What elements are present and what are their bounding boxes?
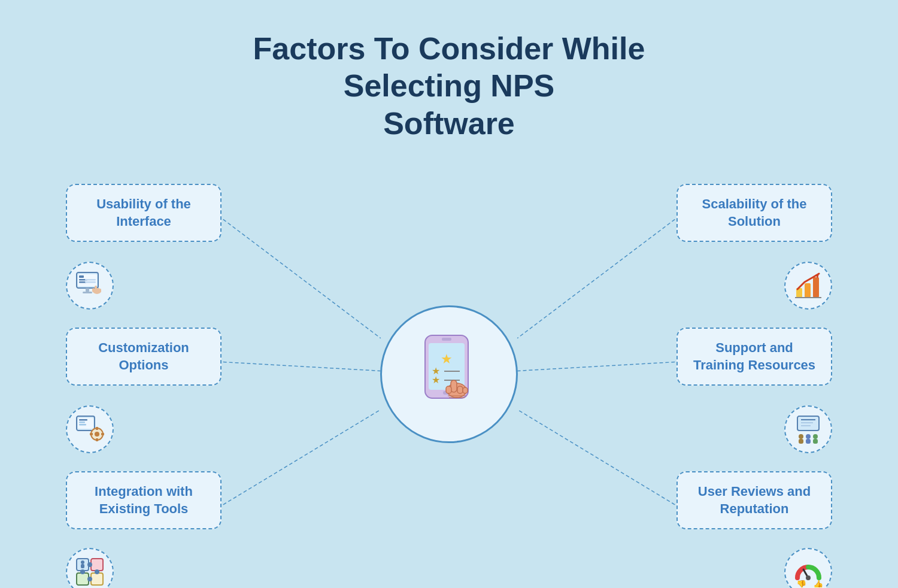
svg-text:👍: 👍 xyxy=(813,580,824,587)
svg-line-0 xyxy=(223,219,381,338)
svg-rect-49 xyxy=(77,573,89,585)
customization-icon-circle xyxy=(66,405,114,453)
page-title: Factors To Consider While Selecting NPS … xyxy=(180,30,718,142)
svg-point-70 xyxy=(813,434,818,439)
svg-point-51 xyxy=(87,562,92,567)
scalability-icon xyxy=(793,270,824,301)
svg-rect-8 xyxy=(442,338,451,341)
integration-label: Integration with Existing Tools xyxy=(95,484,193,516)
svg-point-54 xyxy=(95,569,99,574)
svg-point-55 xyxy=(81,560,84,564)
svg-line-3 xyxy=(517,219,675,338)
scalability-icon-circle xyxy=(784,262,832,310)
svg-point-53 xyxy=(87,577,92,581)
svg-point-68 xyxy=(806,434,811,439)
svg-rect-44 xyxy=(96,438,98,441)
svg-rect-59 xyxy=(813,277,819,298)
svg-rect-38 xyxy=(79,419,87,421)
support-icon-circle xyxy=(784,405,832,453)
svg-text:👎: 👎 xyxy=(796,580,807,587)
svg-point-73 xyxy=(806,575,811,580)
center-phone-icon: ★ ★ ★ xyxy=(413,332,485,416)
usability-label: Usability of the Interface xyxy=(96,196,191,229)
svg-rect-56 xyxy=(81,564,84,568)
svg-line-2 xyxy=(223,410,381,505)
svg-text:★: ★ xyxy=(441,351,453,366)
svg-point-66 xyxy=(799,434,803,439)
reviews-label: User Reviews and Reputation xyxy=(698,484,811,516)
scalability-label: Scalability of the Solution xyxy=(702,196,807,229)
node-support: Support and Training Resources xyxy=(676,328,832,386)
center-circle: ★ ★ ★ xyxy=(380,305,518,443)
svg-line-5 xyxy=(517,410,675,505)
svg-rect-28 xyxy=(85,281,96,283)
diagram-area: ★ ★ ★ xyxy=(30,160,868,588)
integration-icon xyxy=(74,556,105,587)
svg-rect-50 xyxy=(91,573,103,585)
svg-rect-40 xyxy=(79,424,86,426)
svg-rect-71 xyxy=(813,439,818,444)
node-scalability: Scalability of the Solution xyxy=(676,184,832,242)
integration-icon-circle xyxy=(66,548,114,588)
svg-text:★: ★ xyxy=(432,375,440,385)
page-container: Factors To Consider While Selecting NPS … xyxy=(0,0,898,588)
svg-rect-18 xyxy=(457,386,463,393)
node-customization: Customization Options xyxy=(66,328,222,386)
usability-icon-circle xyxy=(66,262,114,310)
support-label: Support and Training Resources xyxy=(693,340,815,372)
svg-rect-32 xyxy=(95,286,97,292)
svg-rect-35 xyxy=(99,289,101,292)
svg-rect-43 xyxy=(96,427,98,430)
reviews-icon-circle: 👎 👍 xyxy=(784,548,832,588)
svg-rect-67 xyxy=(799,439,803,444)
svg-rect-46 xyxy=(101,433,104,435)
svg-rect-24 xyxy=(79,275,84,278)
svg-rect-30 xyxy=(83,292,92,293)
svg-point-52 xyxy=(80,569,85,574)
svg-rect-33 xyxy=(92,288,95,292)
svg-rect-48 xyxy=(91,559,103,571)
customization-icon xyxy=(74,414,105,445)
svg-rect-62 xyxy=(797,416,819,431)
reviews-icon: 👎 👍 xyxy=(793,556,824,587)
svg-point-42 xyxy=(95,432,99,437)
svg-rect-29 xyxy=(86,288,89,292)
svg-rect-69 xyxy=(806,439,811,444)
svg-rect-17 xyxy=(446,386,451,393)
svg-rect-19 xyxy=(463,387,468,393)
svg-rect-27 xyxy=(85,279,96,281)
node-usability: Usability of the Interface xyxy=(66,184,222,242)
svg-line-4 xyxy=(517,362,675,371)
svg-rect-45 xyxy=(90,433,93,435)
support-icon xyxy=(793,414,824,445)
svg-rect-34 xyxy=(97,288,99,292)
node-reviews: User Reviews and Reputation xyxy=(676,471,832,529)
svg-rect-58 xyxy=(805,283,811,298)
node-integration: Integration with Existing Tools xyxy=(66,471,222,529)
svg-line-1 xyxy=(223,362,381,371)
svg-rect-39 xyxy=(79,422,85,423)
customization-label: Customization Options xyxy=(98,340,189,372)
usability-icon xyxy=(74,270,105,301)
